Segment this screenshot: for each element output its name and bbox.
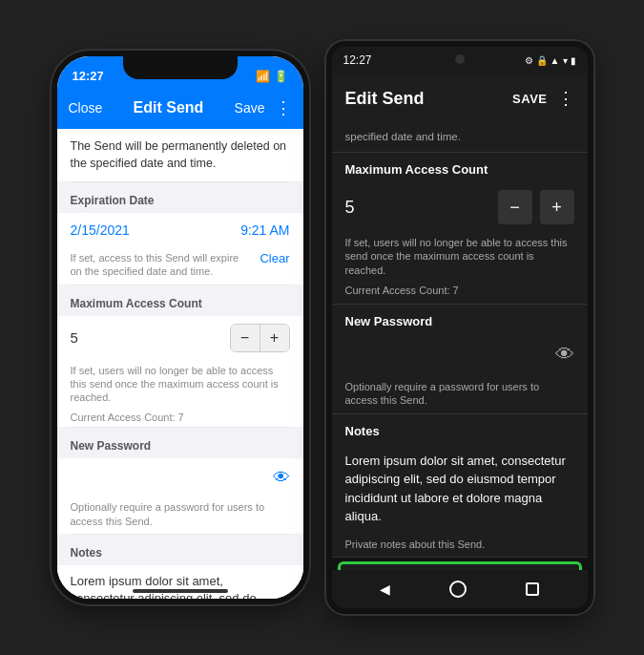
ios-status-icons: 📶 🔋 [256,70,288,83]
expiration-date-label: Expiration Date [57,186,303,209]
android-back-button[interactable]: ◀ [380,581,390,597]
android-eye-icon[interactable]: 👁 [555,344,574,366]
android-max-access-subtext: If set, users will no longer be able to … [332,232,588,283]
expiration-description: The Send will be permanently deleted on … [57,129,303,181]
notes-label: Notes [57,539,303,561]
increment-button[interactable]: + [260,325,289,351]
android-max-access-value: 5 [345,198,498,218]
max-access-subtext: If set, users will no longer be able to … [57,360,303,411]
save-button[interactable]: Save [235,100,265,116]
android-max-access-label: Maximum Access Count [332,153,588,182]
android-recent-button[interactable] [526,582,539,596]
signal-icon: ▲ [551,55,560,66]
ios-notch [123,56,238,79]
android-home-button[interactable] [449,581,467,598]
android-time: 12:27 [343,53,372,67]
battery-icon: 🔋 [274,70,288,83]
password-row: 👁 [57,458,303,497]
expiration-date-value[interactable]: 2/15/2021 [71,222,130,238]
android-notes-label: Notes [332,414,588,444]
android-save-button[interactable]: SAVE [512,92,547,106]
eye-icon[interactable]: 👁 [273,468,290,488]
android-top-text: specified date and time. [332,123,588,152]
expiration-date-row[interactable]: 2/15/2021 9:21 AM [57,213,303,247]
android-current-access-count: Current Access Count: 7 [332,283,588,304]
android-password-subtext: Optionally require a password for users … [332,376,588,413]
max-access-row: 5 − + [57,316,303,360]
android-notes-value[interactable]: Lorem ipsum dolor sit amet, consectetur … [332,444,588,534]
android-phone: 12:27 ⚙ 🔒 ▲ ▾ ▮ Edit Send SAVE ⋮ specifi… [326,41,593,614]
android-nav-bar: ◀ [332,570,588,608]
android-new-password-label: New Password [332,305,588,334]
wifi-android-icon: ▾ [563,55,568,66]
clear-button[interactable]: Clear [252,251,289,267]
ios-phone: 12:27 📶 🔋 Close Edit Send Save ⋮ The Sen… [52,51,309,604]
android-content: specified date and time. Maximum Access … [332,123,588,570]
expiration-subtext: If set, access to this Send will expire … [57,247,303,285]
ios-nav-right: Save ⋮ [235,97,292,118]
expiration-time-value[interactable]: 9:21 AM [240,222,289,238]
ios-time: 12:27 [73,69,104,83]
password-subtext: Optionally require a password for users … [57,497,303,534]
decrement-button[interactable]: − [231,325,260,351]
settings-icon: ⚙ [525,55,533,66]
android-toolbar-title: Edit Send [345,89,425,109]
wifi-icon: 📶 [256,70,270,83]
android-stepper: − + [498,190,574,224]
ios-content: The Send will be permanently deleted on … [57,129,303,599]
current-access-count: Current Access Count: 7 [57,410,303,427]
more-icon[interactable]: ⋮ [275,97,292,118]
lock-icon: 🔒 [536,55,548,66]
ios-nav-bar: Close Edit Send Save ⋮ [57,87,303,129]
android-max-access-row: 5 − + [332,182,588,232]
android-toolbar-right: SAVE ⋮ [512,88,573,109]
android-toolbar: Edit Send SAVE ⋮ [332,74,588,123]
android-notes-subtext: Private notes about this Send. [332,534,588,557]
android-more-icon[interactable]: ⋮ [557,88,574,109]
android-increment-button[interactable]: + [540,190,574,224]
max-access-value: 5 [71,329,230,346]
battery-android-icon: ▮ [571,55,576,66]
password-input[interactable] [71,471,273,485]
android-password-row: 👁 [332,334,588,376]
close-button[interactable]: Close [69,100,103,116]
access-stepper: − + [230,324,290,352]
max-access-label: Maximum Access Count [57,289,303,312]
new-password-label: New Password [57,432,303,454]
notes-value[interactable]: Lorem ipsum dolor sit amet, consectetur … [57,565,303,599]
android-status-icons: ⚙ 🔒 ▲ ▾ ▮ [525,55,576,66]
ios-nav-title: Edit Send [134,99,204,116]
ios-home-bar [133,589,228,593]
android-divider-4 [332,557,588,558]
expiration-subtext-text: If set, access to this Send will expire … [71,251,253,279]
android-disable-toggle-row: Disable this Send so that no one can acc… [338,561,582,570]
android-decrement-button[interactable]: − [498,190,532,224]
android-camera [455,54,465,64]
